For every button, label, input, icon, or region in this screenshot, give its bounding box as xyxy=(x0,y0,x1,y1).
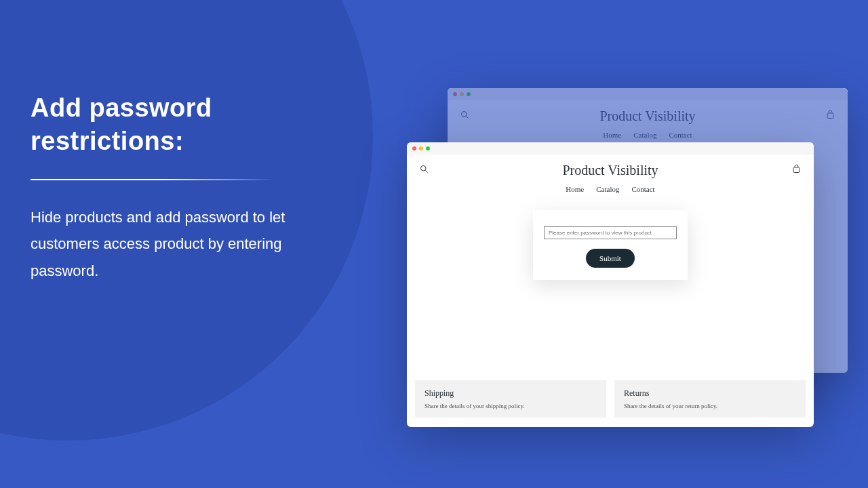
marketing-copy: Add password restrictions: Hide products… xyxy=(31,92,329,285)
password-input[interactable] xyxy=(544,226,677,239)
svg-rect-5 xyxy=(793,167,800,173)
nav-contact[interactable]: Contact xyxy=(631,185,654,193)
nav-home[interactable]: Home xyxy=(566,185,584,193)
titlebar xyxy=(407,142,814,155)
nav-catalog[interactable]: Catalog xyxy=(596,185,619,193)
policy-returns: Returns Share the details of your return… xyxy=(614,380,806,418)
svg-line-4 xyxy=(425,170,427,172)
policy-row: Shipping Share the details of your shipp… xyxy=(415,380,806,418)
maximize-icon xyxy=(426,146,430,150)
store-header: Product Visibility xyxy=(407,155,814,178)
search-icon[interactable] xyxy=(419,164,429,177)
store-nav: Home Catalog Contact xyxy=(407,178,814,203)
policy-shipping-text: Share the details of your shipping polic… xyxy=(425,403,597,409)
policy-returns-text: Share the details of your return policy. xyxy=(624,403,796,409)
cart-icon[interactable] xyxy=(791,164,802,177)
policy-returns-title: Returns xyxy=(624,388,796,399)
policy-shipping: Shipping Share the details of your shipp… xyxy=(415,380,606,418)
policy-shipping-title: Shipping xyxy=(425,388,597,399)
close-icon xyxy=(412,146,416,150)
divider xyxy=(31,179,275,180)
browser-window-front: Product Visibility Home Catalog Contact … xyxy=(407,142,814,427)
marketing-body: Hide products and add password to let cu… xyxy=(31,204,329,285)
submit-button[interactable]: Submit xyxy=(586,249,635,268)
minimize-icon xyxy=(419,146,423,150)
store-title: Product Visibility xyxy=(429,163,791,178)
password-card: Submit xyxy=(533,210,688,280)
marketing-headline: Add password restrictions: xyxy=(31,92,329,159)
svg-point-3 xyxy=(421,166,427,171)
